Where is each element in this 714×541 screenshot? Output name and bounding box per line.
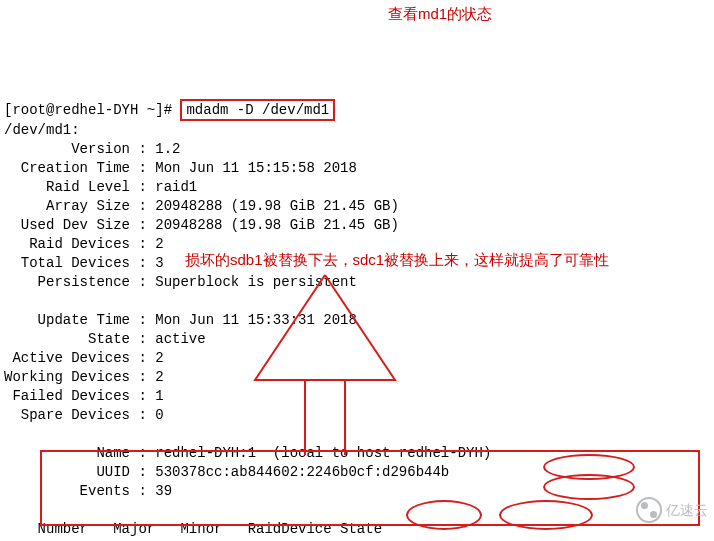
table-header: Number Major Minor RaidDevice State [4,521,382,537]
kv-working-devices: Working Devices : 2 [4,369,164,385]
watermark-logo-icon [636,497,662,523]
terminal-output: [root@redhel-DYH ~]# mdadm -D /dev/md1 /… [4,80,710,541]
kv-failed-devices: Failed Devices : 1 [4,388,164,404]
device-header: /dev/md1: [4,122,80,138]
kv-state: State : active [4,331,206,347]
kv-persistence: Persistence : Superblock is persistent [4,274,357,290]
kv-used-dev-size: Used Dev Size : 20948288 (19.98 GiB 21.4… [4,217,399,233]
prompt: [root@redhel-DYH ~]# [4,102,180,118]
annotation-replacement: 损坏的sdb1被替换下去，sdc1被替换上来，这样就提高了可靠性 [185,250,609,269]
annotation-md1-state: 查看md1的状态 [388,4,492,23]
watermark: 亿速云 [636,497,708,523]
kv-update-time: Update Time : Mon Jun 11 15:33:31 2018 [4,312,357,328]
kv-array-size: Array Size : 20948288 (19.98 GiB 21.45 G… [4,198,399,214]
kv-raid-devices: Raid Devices : 2 [4,236,164,252]
kv-creation-time: Creation Time : Mon Jun 11 15:15:58 2018 [4,160,357,176]
kv-name: Name : redhel-DYH:1 (local to host redhe… [4,445,491,461]
command-highlight-box: mdadm -D /dev/md1 [180,99,335,121]
command-text: mdadm -D /dev/md1 [186,102,329,118]
kv-version: Version : 1.2 [4,141,180,157]
watermark-text: 亿速云 [666,501,708,520]
kv-active-devices: Active Devices : 2 [4,350,164,366]
kv-raid-level: Raid Level : raid1 [4,179,197,195]
kv-events: Events : 39 [4,483,172,499]
kv-spare-devices: Spare Devices : 0 [4,407,164,423]
kv-uuid: UUID : 530378cc:ab844602:2246b0cf:d296b4… [4,464,449,480]
kv-total-devices: Total Devices : 3 [4,255,164,271]
